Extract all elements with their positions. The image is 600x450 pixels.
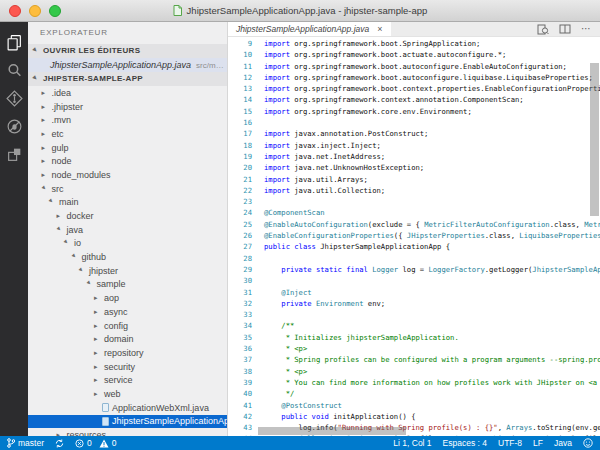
tab-label: JhipsterSampleApplicationApp.java (236, 24, 369, 34)
tree-item-web[interactable]: ▸web (28, 387, 227, 401)
chevron-collapsed-icon: ▸ (42, 171, 49, 179)
open-editor-path: src/m… (196, 61, 224, 70)
code-content: 9import org.springframework.boot.SpringA… (228, 38, 600, 436)
tree-item-io[interactable]: ▸io (28, 237, 227, 251)
eol-indicator[interactable]: LF (533, 438, 543, 448)
open-preview-icon[interactable] (537, 24, 549, 35)
close-window-button[interactable] (9, 5, 21, 17)
open-editors-header[interactable]: ▸ OUVRIR LES ÉDITEURS (28, 44, 227, 58)
problems-indicator[interactable]: 0 0 (75, 438, 116, 448)
feedback-smiley-icon[interactable] (583, 438, 593, 448)
traffic-lights (9, 5, 61, 17)
tree-item-security[interactable]: ▸security (28, 360, 227, 374)
indentation-indicator[interactable]: Espaces : 4 (443, 438, 487, 448)
chevron-collapsed-icon: ▸ (94, 308, 101, 316)
sync-button[interactable] (55, 439, 64, 448)
tree-item--mvn[interactable]: ▸.mvn (28, 113, 227, 127)
tree-item-docker[interactable]: ▸docker (28, 209, 227, 223)
code-line-42: 42 public void initApplication() { (228, 411, 600, 422)
tree-item-etc[interactable]: ▸etc (28, 127, 227, 141)
code-line-23: 23 (228, 196, 600, 207)
line-number: 28 (232, 253, 252, 264)
line-number: 24 (232, 207, 252, 218)
split-editor-icon[interactable] (559, 24, 571, 34)
tab-active[interactable]: JhipsterSampleApplicationApp.java × (228, 22, 391, 36)
tree-item-main[interactable]: ▸main (28, 196, 227, 210)
more-actions-icon[interactable]: ⋯ (581, 24, 592, 34)
open-editor-item[interactable]: JhipsterSampleApplicationApp.javasrc/m… (28, 58, 227, 72)
code-line-16: 16 (228, 117, 600, 128)
open-editor-filename: JhipsterSampleApplicationApp.java (50, 60, 191, 70)
chevron-collapsed-icon: ▸ (42, 144, 49, 152)
project-section-header[interactable]: ▸ JHIPSTER-SAMPLE-APP (28, 72, 227, 86)
code-line-30: 30 (228, 275, 600, 286)
tree-item-label: service (104, 375, 133, 385)
tree-item-async[interactable]: ▸async (28, 305, 227, 319)
debug-icon[interactable] (0, 112, 28, 140)
chevron-collapsed-icon: ▸ (42, 89, 49, 97)
tree-item-service[interactable]: ▸service (28, 373, 227, 387)
line-number: 21 (232, 174, 252, 185)
line-number: 30 (232, 275, 252, 286)
chevron-expanded-icon: ▸ (40, 183, 51, 194)
code-line-31: 31 @Inject (228, 287, 600, 298)
tab-close-icon[interactable]: × (377, 25, 382, 34)
line-number: 38 (232, 366, 252, 377)
code-line-28: 28 (228, 253, 600, 264)
tree-item-label: gulp (52, 143, 69, 153)
tree-item-node[interactable]: ▸node (28, 154, 227, 168)
tree-item--idea[interactable]: ▸.idea (28, 86, 227, 100)
minimize-window-button[interactable] (29, 5, 41, 17)
line-number: 15 (232, 106, 252, 117)
horizontal-scrollbar[interactable] (258, 427, 406, 435)
git-branch-indicator[interactable]: master (7, 438, 44, 448)
tree-item-applicationwebxml-java[interactable]: ApplicationWebXml.java (28, 401, 227, 415)
tree-item-resources[interactable]: ▸resources (28, 428, 227, 436)
tree-item-src[interactable]: ▸src (28, 182, 227, 196)
tree-item-java[interactable]: ▸java (28, 223, 227, 237)
file-tree: ▸.idea▸.jhipster▸.mvn▸etc▸gulp▸node▸node… (28, 86, 227, 436)
tree-item-label: .jhipster (52, 102, 84, 112)
line-number: 25 (232, 219, 252, 230)
code-line-18: 18import javax.inject.Inject; (228, 140, 600, 151)
tree-item--jhipster[interactable]: ▸.jhipster (28, 100, 227, 114)
code-line-36: 36 * <p> (228, 343, 600, 354)
tree-item-node-modules[interactable]: ▸node_modules (28, 168, 227, 182)
source-control-icon[interactable] (0, 84, 28, 112)
tree-item-jhipster[interactable]: ▸jhipster (28, 264, 227, 278)
zoom-window-button[interactable] (49, 5, 61, 17)
code-line-25: 25@EnableAutoConfiguration(exclude = { M… (228, 219, 600, 230)
cursor-position-indicator[interactable]: Li 1, Col 1 (393, 438, 431, 448)
tree-item-label: io (74, 238, 81, 248)
explorer-icon[interactable] (0, 28, 28, 56)
tree-item-label: docker (67, 211, 94, 221)
code-line-26: 26@EnableConfigurationProperties({ JHips… (228, 230, 600, 241)
code-line-19: 19import java.net.InetAddress; (228, 151, 600, 162)
tab-bar: JhipsterSampleApplicationApp.java × (228, 22, 600, 37)
chevron-collapsed-icon: ▸ (94, 349, 101, 357)
tree-item-sample[interactable]: ▸sample (28, 278, 227, 292)
vertical-scrollbar[interactable] (590, 63, 599, 216)
tree-item-github[interactable]: ▸github (28, 250, 227, 264)
extensions-icon[interactable] (0, 140, 28, 168)
tree-item-config[interactable]: ▸config (28, 319, 227, 333)
chevron-expanded-icon: ▸ (62, 238, 73, 249)
tree-item-gulp[interactable]: ▸gulp (28, 141, 227, 155)
code-line-32: 32 private Environment env; (228, 298, 600, 309)
tree-item-label: java (67, 225, 84, 235)
language-mode-indicator[interactable]: Java (554, 438, 572, 448)
line-number: 22 (232, 185, 252, 196)
chevron-expanded-icon: ▸ (29, 72, 44, 87)
chevron-collapsed-icon: ▸ (42, 116, 49, 124)
tree-item-aop[interactable]: ▸aop (28, 291, 227, 305)
tree-item-jhipstersampleapplicationapp-java[interactable]: JhipsterSampleApplicationApp.java (28, 415, 227, 429)
tree-item-repository[interactable]: ▸repository (28, 346, 227, 360)
tree-item-label: security (104, 362, 135, 372)
code-line-13: 13import org.springframework.boot.contex… (228, 83, 600, 94)
code-editor[interactable]: 9import org.springframework.boot.SpringA… (228, 37, 600, 436)
code-line-11: 11import org.springframework.boot.autoco… (228, 61, 600, 72)
line-number: 42 (232, 411, 252, 422)
encoding-indicator[interactable]: UTF-8 (498, 438, 522, 448)
tree-item-domain[interactable]: ▸domain (28, 332, 227, 346)
search-icon[interactable] (0, 56, 28, 84)
